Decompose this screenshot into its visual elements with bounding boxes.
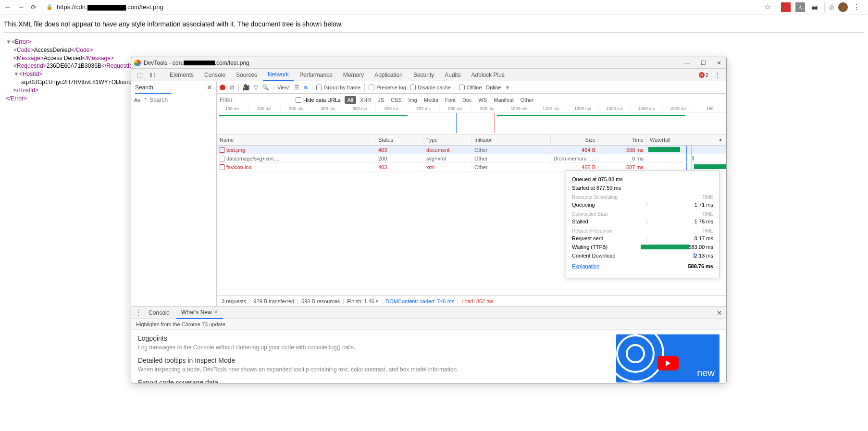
chip-manifest[interactable]: Manifest (491, 96, 517, 104)
window-minimize-icon[interactable]: — (682, 60, 692, 66)
tab-application[interactable]: Application (370, 69, 408, 81)
online-label: Online (486, 85, 501, 90)
chip-js[interactable]: JS (375, 96, 387, 104)
chip-media[interactable]: Media (421, 96, 441, 104)
bookmark-star-icon[interactable]: ☆ (764, 2, 771, 12)
address-bar[interactable]: 🔒 https://cdn..com/test.png (42, 3, 758, 11)
clear-button-icon[interactable]: ⊘ (229, 84, 235, 91)
devtools-title: DevTools - cdn..com/test.png (144, 60, 682, 66)
back-button[interactable]: ← (4, 3, 12, 12)
chip-other[interactable]: Other (518, 96, 537, 104)
filter-input[interactable] (220, 97, 292, 103)
reload-button[interactable]: ⟳ (31, 3, 37, 11)
tab-audits[interactable]: Audits (440, 69, 465, 81)
xml-toggle-icon[interactable]: ▼ (13, 71, 19, 77)
network-filter-row: Hide data URLs All XHR JS CSS Img Media … (217, 94, 726, 106)
view-label: View: (277, 85, 290, 90)
toolbar-right: ☆ ⋯ 人 📷 ⎚ ⋮ (764, 2, 864, 12)
tab-security[interactable]: Security (409, 69, 439, 81)
lock-icon: 🔒 (46, 4, 53, 10)
search-input[interactable] (149, 97, 222, 103)
match-case-toggle[interactable]: Aa (134, 97, 140, 103)
error-dot-icon: ✕ (699, 72, 705, 78)
extension-icon-1[interactable]: ⋯ (781, 2, 791, 12)
browser-toolbar: ← → ⟳ 🔒 https://cdn..com/test.png ☆ ⋯ 人 … (0, 0, 868, 14)
tab-memory[interactable]: Memory (338, 69, 369, 81)
filter-chips: All XHR JS CSS Img Media Font Doc WS Man… (345, 96, 537, 104)
devtools-tabs: ⬚ ⫿⫿ Elements Console Sources Network Pe… (131, 69, 726, 81)
devtools-titlebar[interactable]: DevTools - cdn..com/test.png — ☐ ✕ (131, 57, 726, 69)
chrome-menu-icon[interactable]: ⋮ (853, 2, 860, 12)
preserve-log-checkbox[interactable]: Preserve log (369, 85, 406, 90)
window-close-icon[interactable]: ✕ (715, 60, 723, 66)
tab-adblock[interactable]: Adblock Plus (467, 69, 509, 81)
devtools-icon (134, 60, 141, 66)
extension-pdf-icon[interactable]: 人 (795, 2, 805, 12)
devtools-menu-icon[interactable]: ⋮ (711, 71, 723, 78)
offline-checkbox[interactable]: Offline (459, 85, 482, 90)
chip-ws[interactable]: WS (475, 96, 490, 104)
error-count-badge[interactable]: ✕ 2 (699, 72, 708, 78)
chip-img[interactable]: Img (406, 96, 420, 104)
search-panel: Search ✕ Aa .* ⟳ ⊘ (131, 81, 217, 106)
network-panel: ⊘ 🎥 ▽ 🔍 View: ☰ ≋ Group by frame Preserv… (217, 81, 726, 106)
search-toggle-icon[interactable]: 🔍 (262, 84, 269, 91)
devtools-window: DevTools - cdn..com/test.png — ☐ ✕ ⬚ ⫿⫿ … (131, 57, 727, 106)
device-toggle-icon[interactable]: ⫿⫿ (147, 71, 159, 78)
extension-camera-icon[interactable]: 📷 (810, 2, 819, 12)
regex-toggle[interactable]: .* (143, 97, 147, 102)
record-button[interactable] (220, 85, 225, 90)
tab-sources[interactable]: Sources (231, 69, 262, 81)
network-toolbar: ⊘ 🎥 ▽ 🔍 View: ☰ ≋ Group by frame Preserv… (217, 81, 726, 94)
view-large-icon[interactable]: ☰ (294, 84, 299, 91)
window-maximize-icon[interactable]: ☐ (699, 60, 708, 66)
view-overview-icon[interactable]: ≋ (303, 84, 308, 91)
throttle-dropdown-icon[interactable]: ▼ (505, 85, 510, 90)
chip-xhr[interactable]: XHR (357, 96, 374, 104)
tab-console[interactable]: Console (199, 69, 230, 81)
url-redacted (87, 5, 126, 11)
tab-performance[interactable]: Performance (295, 69, 337, 81)
tab-elements[interactable]: Elements (165, 69, 198, 81)
url-text: https://cdn..com/test.png (57, 3, 163, 11)
chip-font[interactable]: Font (442, 96, 459, 104)
filter-toggle-icon[interactable]: ▽ (254, 84, 258, 91)
hide-data-urls-checkbox[interactable]: Hide data URLs (296, 97, 341, 103)
profile-avatar[interactable] (838, 2, 848, 12)
chip-all[interactable]: All (345, 96, 356, 104)
search-panel-title: Search (135, 84, 171, 94)
cast-icon[interactable]: ⎚ (830, 3, 833, 11)
tab-network[interactable]: Network (263, 69, 294, 81)
xml-toggle-icon[interactable]: ▼ (6, 38, 12, 45)
screenshots-icon[interactable]: 🎥 (243, 84, 250, 91)
inspect-element-icon[interactable]: ⬚ (134, 71, 146, 78)
xml-notice: This XML file does not appear to have an… (4, 18, 864, 33)
disable-cache-checkbox[interactable]: Disable cache (410, 85, 451, 90)
group-by-frame-checkbox[interactable]: Group by frame (316, 85, 360, 90)
search-close-icon[interactable]: ✕ (207, 84, 212, 91)
chip-doc[interactable]: Doc (459, 96, 475, 104)
forward-button[interactable]: → (17, 3, 25, 12)
chip-css[interactable]: CSS (388, 96, 405, 104)
